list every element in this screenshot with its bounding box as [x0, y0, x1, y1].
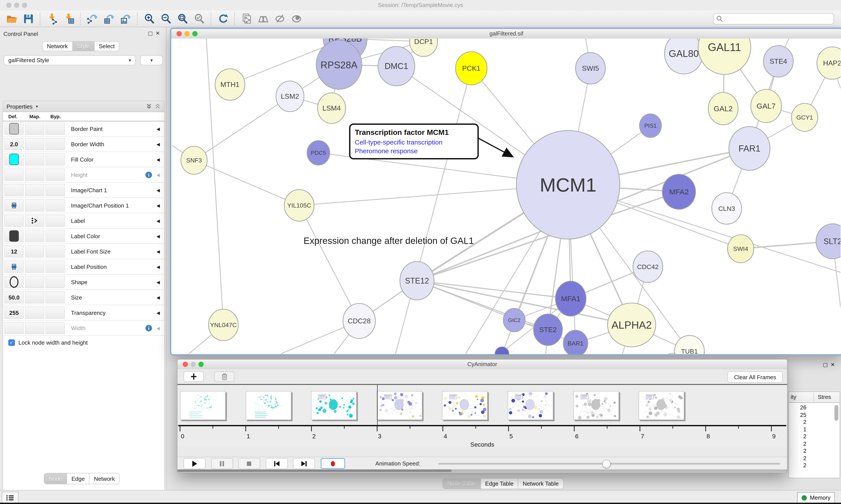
node-slt2[interactable]: SLT2 — [816, 224, 841, 259]
node-pdc5[interactable]: PDC5 — [307, 141, 330, 165]
byp-value-cell[interactable] — [46, 260, 65, 273]
pause-button[interactable] — [211, 458, 233, 469]
clear-all-frames-button[interactable]: Clear All Frames — [728, 371, 783, 383]
node-lsm4[interactable]: LSM4 — [318, 93, 345, 124]
zoom-fit-icon[interactable] — [176, 12, 189, 25]
zoom-out-icon[interactable] — [159, 12, 173, 25]
search-box[interactable] — [713, 13, 834, 24]
task-history-button[interactable] — [2, 492, 18, 504]
property-row-label-position[interactable]: Label Position◀ — [3, 259, 164, 274]
map-value-cell[interactable] — [25, 199, 44, 212]
def-value-cell[interactable] — [4, 230, 24, 242]
node-tub1[interactable]: TUB1 — [675, 336, 704, 354]
map-value-cell[interactable] — [25, 322, 44, 334]
property-row-fill-color[interactable]: Fill Color◀ — [3, 152, 164, 167]
def-value-cell[interactable]: 255 — [4, 307, 24, 319]
property-row-label-font-size[interactable]: 12Label Font Size◀ — [3, 244, 164, 259]
network-from-clipboard-icon[interactable] — [240, 12, 253, 25]
expand-row-icon[interactable]: ◀ — [157, 172, 160, 177]
record-button[interactable] — [320, 458, 345, 469]
show-graphics-details-icon[interactable] — [290, 12, 303, 25]
byp-value-cell[interactable] — [46, 123, 65, 135]
property-row-image-chart-position-1[interactable]: Image/Chart Position 1◀ — [3, 198, 164, 213]
map-value-cell[interactable] — [25, 123, 44, 135]
save-session-icon[interactable] — [22, 12, 35, 25]
search-input[interactable] — [723, 15, 834, 22]
expand-all-icon[interactable] — [146, 103, 152, 109]
frame-thumbnail-6[interactable] — [573, 391, 619, 420]
close-panel-icon[interactable]: ✕ — [156, 30, 162, 36]
zoom-selected-icon[interactable] — [193, 12, 206, 25]
animation-speed-slider[interactable] — [439, 463, 780, 465]
import-table-icon[interactable] — [62, 12, 75, 25]
network-canvas[interactable]: RPS28BDCP1RPS28ADMC1PCK1SWI5GAL80GAL11ST… — [171, 38, 841, 354]
expand-row-icon[interactable]: ◀ — [157, 249, 160, 254]
map-value-cell[interactable] — [25, 307, 44, 319]
node-lsm2[interactable]: LSM2 — [276, 81, 304, 112]
def-value-cell[interactable] — [4, 153, 24, 165]
node-mcm1[interactable]: MCM1 — [516, 130, 620, 239]
next-frame-button[interactable] — [293, 458, 315, 469]
node-gal11[interactable]: GAL11 — [698, 38, 751, 74]
find-icon[interactable] — [257, 12, 270, 25]
def-value-cell[interactable] — [4, 260, 24, 273]
node-hap2[interactable]: HAP2 — [817, 47, 841, 79]
panel-tab-edge[interactable]: Edge — [67, 473, 90, 484]
expand-row-icon[interactable]: ◀ — [157, 234, 160, 238]
float-panel-icon[interactable]: ▢ — [148, 30, 156, 36]
node-gal80[interactable]: GAL80 — [664, 38, 703, 74]
expand-row-icon[interactable]: ◀ — [157, 187, 160, 193]
node-cdc28[interactable]: CDC28 — [343, 303, 375, 339]
node-pck1[interactable]: PCK1 — [455, 52, 487, 85]
property-row-transparency[interactable]: 255Transparency◀ — [3, 305, 164, 321]
def-value-cell[interactable] — [4, 322, 24, 334]
tab-style[interactable]: Style — [72, 41, 94, 51]
property-row-border-paint[interactable]: Border Paint◀ — [3, 121, 164, 137]
property-row-image-chart-1[interactable]: Image/Chart 1◀ — [3, 183, 164, 198]
expand-row-icon[interactable]: ◀ — [157, 310, 160, 315]
tab-network[interactable]: Network — [42, 41, 72, 51]
table-tab-edge-table[interactable]: Edge Table — [481, 478, 518, 489]
byp-value-cell[interactable] — [46, 307, 65, 319]
byp-value-cell[interactable] — [46, 168, 65, 181]
node-swi4[interactable]: SWI4 — [728, 235, 754, 263]
frame-thumbnail-0[interactable] — [180, 391, 226, 420]
property-row-label-color[interactable]: Label Color◀ — [3, 229, 164, 244]
column-divider[interactable] — [813, 393, 814, 401]
column-header-connectivity[interactable]: ity — [791, 394, 796, 400]
node-yil105c[interactable]: YIL105C — [284, 190, 314, 221]
map-value-cell[interactable] — [25, 215, 44, 227]
expand-row-icon[interactable]: ◀ — [157, 203, 160, 208]
map-value-cell[interactable] — [25, 260, 44, 273]
info-icon[interactable]: i — [145, 325, 152, 331]
panel-tab-network[interactable]: Network — [90, 473, 120, 484]
node-mfa2[interactable]: MFA2 — [662, 174, 696, 209]
node-far1[interactable]: FAR1 — [729, 127, 770, 170]
node-dmc1[interactable]: DMC1 — [378, 47, 415, 86]
hide-graphics-details-icon[interactable] — [273, 12, 286, 25]
expand-row-icon[interactable]: ◀ — [157, 295, 160, 300]
property-row-shape[interactable]: Shape◀ — [3, 274, 164, 290]
property-row-size[interactable]: 50.0Size◀ — [3, 290, 164, 305]
node-ste2[interactable]: STE2 — [534, 314, 562, 345]
byp-value-cell[interactable] — [46, 291, 65, 303]
frame-thumbnail-5[interactable] — [508, 391, 553, 420]
byp-value-cell[interactable] — [46, 276, 65, 288]
style-options-button[interactable]: ▼ — [140, 55, 163, 65]
byp-value-cell[interactable] — [46, 138, 65, 150]
panel-tab-node[interactable]: Node — [44, 473, 67, 484]
node-cln3[interactable]: CLN3 — [712, 193, 741, 224]
node-gic2[interactable]: GIC2 — [503, 308, 525, 332]
def-value-cell[interactable]: 50.0 — [4, 291, 24, 303]
frame-thumbnail-1[interactable] — [246, 391, 291, 420]
float-panel-icon[interactable]: ▢ — [823, 362, 830, 368]
map-value-cell[interactable] — [25, 245, 44, 257]
frame-thumbnail-2[interactable] — [311, 391, 357, 420]
frame-thumbnail-7[interactable] — [639, 391, 684, 420]
cyanimator-titlebar[interactable]: CyAnimator — [177, 360, 787, 370]
def-value-cell[interactable] — [4, 276, 24, 288]
node-mth1[interactable]: MTH1 — [215, 69, 245, 100]
export-table-icon[interactable] — [103, 12, 115, 25]
node-rps28a[interactable]: RPS28A — [316, 40, 362, 89]
def-value-cell[interactable] — [4, 123, 24, 135]
